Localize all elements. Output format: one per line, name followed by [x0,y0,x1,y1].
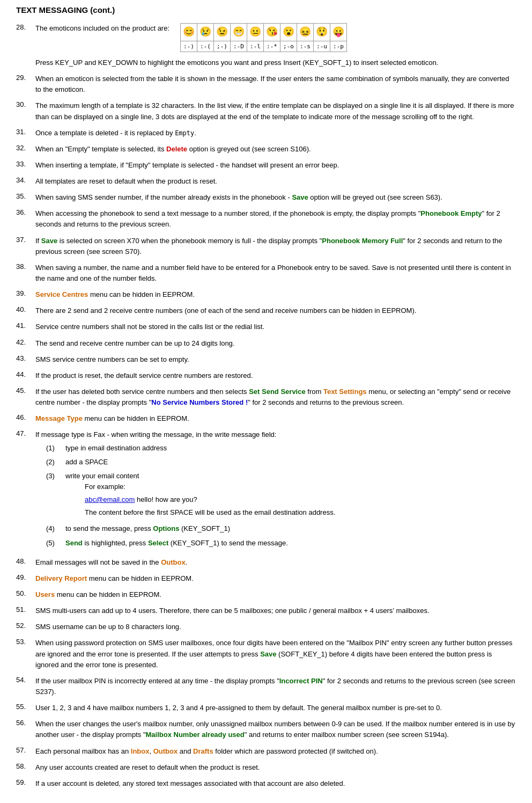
section-34: 34.All templates are reset to default wh… [16,176,516,187]
section-52: 52.SMS username can be up to 8 character… [16,622,516,632]
section-text: Each personal mailbox has an Inbox, Outb… [35,746,516,757]
section-29: 29.When an emoticon is selected from the… [16,74,516,95]
section-text: When an emoticon is selected from the ta… [35,74,516,95]
section-28: 28.The emoticons included on the product… [16,23,516,68]
section-number: 57. [16,746,35,754]
section-number: 29. [16,74,35,82]
section-number: 41. [16,322,35,330]
sub-item: (4) to send the message, press Options (… [46,523,516,534]
highlighted-term: Set Send Service [249,388,306,396]
section-37: 37.If Save is selected on screen X70 whe… [16,236,516,257]
section-53: 53.When using password protection on SMS… [16,638,516,670]
highlighted-term: Phonebook Empty [420,209,482,217]
emoticon-code: :-* [264,41,280,52]
section-31: 31.Once a template is deleted - it is re… [16,128,516,138]
section-content: When saving a number, the name and a num… [35,262,516,284]
section-content: If the user mailbox PIN is incorrectly e… [35,676,516,697]
emoticon-icon: 😖 [297,24,314,41]
sub-item-text: type in email destination address [65,443,167,454]
emoticon-icon: 😘 [264,24,280,41]
section-41: 41.Service centre numbers shall not be s… [16,322,516,332]
section-50: 50.Users menu can be hidden in EEPROM. [16,589,516,600]
section-text: Service Centres menu can be hidden in EE… [35,289,516,300]
section-content: When accessing the phonebook to send a t… [35,208,516,230]
section-number: 56. [16,719,35,727]
highlighted-term: Message Type [35,414,83,422]
section-content: If the product is reset, the default ser… [35,370,516,381]
section-content: When inserting a template, if "Empty" te… [35,160,516,171]
section-text: When an "Empty" template is selected, it… [35,144,516,155]
section-text: User 1, 2, 3 and 4 have mailbox numbers … [35,703,516,713]
emoticon-icon: 😮 [280,24,297,41]
section-text: If the product is reset, the default ser… [35,370,516,381]
sub-item-text: add a SPACE [65,457,108,468]
section-content: If a user account is deleted, any stored… [35,778,516,789]
section-content: If the user has deleted both service cen… [35,386,516,408]
section-content: Email messages will not be saved in the … [35,557,516,568]
section-text: Any user accounts created are reset to d… [35,762,516,773]
sub-item-number: (5) [46,538,65,549]
emoticon-code: :-D [231,41,247,52]
section-content: SMS multi-users can add up to 4 users. T… [35,605,516,616]
press-key-text: Press KEY_UP and KEY_DOWN to highlight t… [35,57,516,68]
section-content: When an "Empty" template is selected, it… [35,144,516,155]
sub-sub-item: The content before the first SPACE will … [85,507,335,518]
section-number: 46. [16,413,35,421]
section-57: 57.Each personal mailbox has an Inbox, O… [16,746,516,757]
section-number: 34. [16,176,35,184]
highlighted-term: Empty [175,129,194,137]
section-text: When saving a number, the name and a num… [35,262,516,284]
emoticon-code: ;-) [214,41,231,52]
section-content: SMS service centre numbers can be set to… [35,354,516,365]
section-text: If Save is selected on screen X70 when t… [35,236,516,257]
section-number: 51. [16,605,35,614]
section-number: 38. [16,262,35,271]
section-text: If the user has deleted both service cen… [35,386,516,408]
section-number: 35. [16,192,35,200]
section-text: When saving SMS sender number, if the nu… [35,192,516,203]
highlighted-term: No Service Numbers Stored ! [151,398,248,406]
sub-sub-item: For example: [85,481,335,492]
section-content: If message type is Fax - when writing th… [35,429,516,551]
emoticon-icon: 😲 [314,24,330,41]
section-content: User 1, 2, 3 and 4 have mailbox numbers … [35,703,516,713]
highlighted-term: Save [292,193,308,201]
section-number: 58. [16,762,35,770]
section-content: The maximum length of a template is 32 c… [35,100,516,122]
section-48: 48.Email messages will not be saved in t… [16,557,516,568]
section-33: 33.When inserting a template, if "Empty"… [16,160,516,171]
emoticon-icon: 😐 [247,24,264,41]
section-content: When the user changes the user's mailbox… [35,719,516,740]
section-text: Message Type menu can be hidden in EEPRO… [35,413,516,424]
section-number: 28. [16,23,35,31]
section-content: SMS username can be up to 8 characters l… [35,622,516,632]
section-number: 43. [16,354,35,362]
section-55: 55.User 1, 2, 3 and 4 have mailbox numbe… [16,703,516,713]
section-text: Email messages will not be saved in the … [35,557,516,568]
section-content: There are 2 send and 2 receive centre nu… [35,305,516,316]
section-number: 33. [16,160,35,168]
section-59: 59.If a user account is deleted, any sto… [16,778,516,789]
section-number: 48. [16,557,35,565]
sub-item-number: (4) [46,523,65,534]
section-number: 42. [16,338,35,346]
section-content: The send and receive centre number can b… [35,338,516,349]
section-text: When inserting a template, if "Empty" te… [35,160,516,171]
emoticon-code: :-u [314,41,330,52]
emoticon-code: :-) [181,41,197,52]
section-number: 40. [16,305,35,313]
emoticon-icon: 😢 [197,24,214,41]
section-number: 55. [16,703,35,711]
highlighted-term: Inbox [131,747,150,755]
highlighted-term: Phonebook Memory Full [322,237,403,245]
emoticon-code: :-s [297,41,314,52]
section-39: 39.Service Centres menu can be hidden in… [16,289,516,300]
section-54: 54.If the user mailbox PIN is incorrectl… [16,676,516,697]
section-56: 56.When the user changes the user's mail… [16,719,516,740]
emoticon-icon: 😊 [181,24,197,41]
emoticon-icon: 😁 [231,24,247,41]
section-content: When saving SMS sender number, if the nu… [35,192,516,203]
highlighted-term: Save [41,237,57,245]
section-text: All templates are reset to default when … [35,176,516,187]
section-43: 43.SMS service centre numbers can be set… [16,354,516,365]
